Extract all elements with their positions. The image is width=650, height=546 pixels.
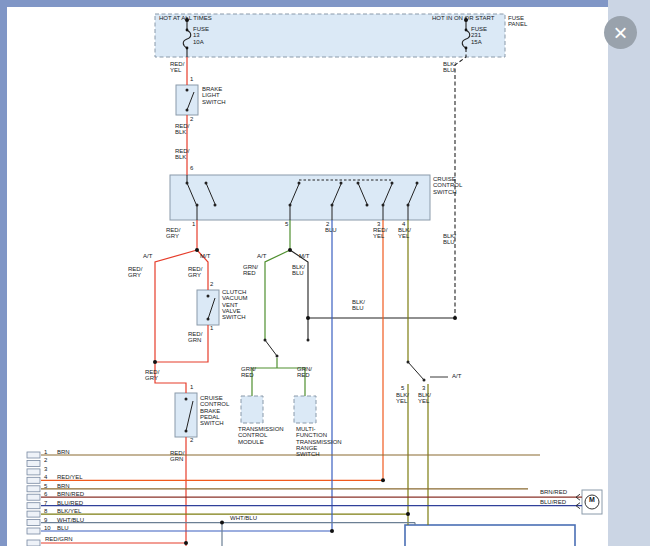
frame-left-border: [0, 0, 7, 546]
tcm-box: [241, 396, 263, 423]
component-boxes: [155, 14, 602, 546]
fuse-panel-box: [155, 14, 505, 57]
close-icon: ×: [613, 21, 627, 45]
mftrs-box: [294, 396, 316, 423]
motor-symbol: [585, 495, 599, 509]
cruise-control-switch-box: [170, 175, 430, 220]
wiring-diagram: [0, 0, 650, 546]
side-panel: [608, 0, 650, 546]
junction-dots: [153, 18, 468, 545]
wires: [41, 17, 582, 546]
blk-blu-wire: [455, 48, 466, 318]
frame-top-border: [0, 0, 608, 7]
close-button[interactable]: ×: [604, 16, 637, 49]
diagram-stage: HOT AT ALL TIMESHOT IN ON OR STARTFUSE P…: [0, 0, 650, 546]
module-box: [405, 525, 575, 546]
connector-pin-boxes: [27, 452, 40, 546]
